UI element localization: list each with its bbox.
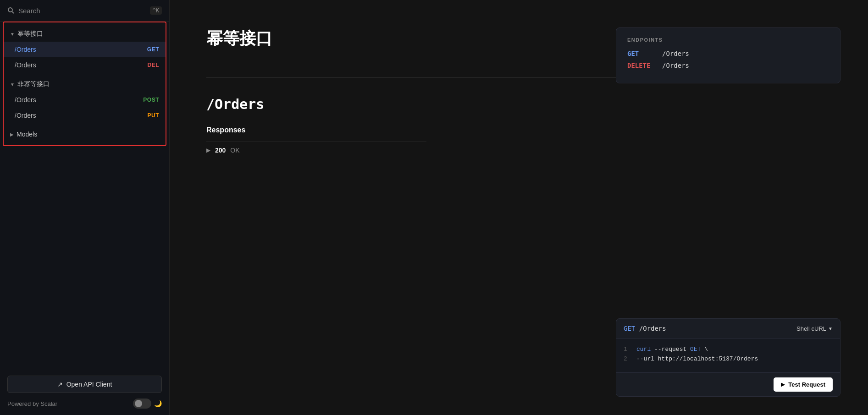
get-keyword: GET — [690, 346, 701, 353]
endpoint-path-get: /Orders — [662, 50, 689, 57]
theme-toggle[interactable] — [133, 399, 151, 409]
play-icon: ▶ — [781, 382, 785, 388]
method-badge-del-1: DEL — [148, 62, 160, 68]
code-panel-footer: ▶ Test Request — [616, 372, 840, 396]
test-request-label: Test Request — [788, 381, 825, 388]
svg-line-1 — [12, 11, 14, 13]
code-body: 1 curl --request GET \ 2 --url http://lo… — [616, 339, 840, 372]
code-panel: GET /Orders Shell cURL ▼ 1 curl --reques… — [616, 318, 840, 397]
nav-item-orders-get[interactable]: /Orders GET — [4, 42, 166, 57]
endpoint-title: /Orders — [206, 96, 426, 112]
nav-item-path-4: /Orders — [15, 112, 36, 119]
group-2-label: 非幂等接口 — [17, 80, 50, 88]
response-chevron: ▶ — [206, 147, 210, 153]
search-kbd: ^K — [150, 6, 162, 15]
arrow-icon: ↗ — [57, 381, 63, 388]
theme-toggle-container: 🌙 — [133, 399, 162, 409]
sidebar: Search ^K ▼ 幂等接口 /Orders GET /Orders DEL… — [0, 0, 170, 415]
endpoint-row-delete: DELETE /Orders — [627, 62, 829, 69]
endpoints-card: ENDPOINTS GET /Orders DELETE /Orders — [616, 27, 840, 83]
open-api-client-button[interactable]: ↗ Open API Client — [7, 376, 162, 393]
code-panel-header: GET /Orders Shell cURL ▼ — [616, 319, 840, 339]
method-badge-post-1: POST — [143, 97, 159, 103]
line-num-2: 2 — [624, 355, 631, 362]
code-content-1: curl --request GET \ — [636, 346, 708, 353]
endpoint-method-delete: DELETE — [627, 62, 655, 69]
toggle-knob — [135, 400, 142, 407]
method-badge-put-1: PUT — [148, 112, 160, 119]
powered-by-label: Powered by Scalar — [7, 400, 57, 407]
curl-keyword: curl — [636, 346, 651, 353]
moon-icon: 🌙 — [154, 400, 162, 407]
endpoint-row-get: GET /Orders — [627, 50, 829, 57]
url-value: http://localhost:5137/Orders — [658, 355, 758, 362]
nav-item-orders-post[interactable]: /Orders POST — [4, 92, 166, 108]
nav-group-1: ▼ 幂等接口 /Orders GET /Orders DEL — [4, 24, 166, 75]
code-line-2: 2 --url http://localhost:5137/Orders — [624, 355, 833, 362]
search-icon — [7, 7, 15, 14]
endpoint-method-get: GET — [627, 50, 655, 57]
chevron-down-icon-1: ▼ — [10, 32, 15, 37]
code-method-path: GET /Orders — [624, 324, 666, 333]
shell-selector-label: Shell cURL — [796, 325, 826, 332]
shell-selector[interactable]: Shell cURL ▼ — [796, 325, 833, 332]
code-content-2: --url http://localhost:5137/Orders — [636, 355, 758, 362]
code-method-label: GET — [624, 325, 639, 332]
nav-outline: ▼ 幂等接口 /Orders GET /Orders DEL ▼ 非幂等接口 /… — [3, 22, 166, 146]
chevron-down-icon-shell: ▼ — [828, 326, 833, 331]
code-path-label: /Orders — [639, 325, 666, 332]
endpoints-label: ENDPOINTS — [627, 37, 829, 43]
search-bar[interactable]: Search ^K — [0, 0, 169, 22]
nav-item-orders-put[interactable]: /Orders PUT — [4, 108, 166, 123]
response-row-200[interactable]: ▶ 200 OK — [206, 142, 426, 158]
line-num-1: 1 — [624, 346, 631, 353]
status-text-ok: OK — [230, 147, 239, 154]
nav-item-orders-del[interactable]: /Orders DEL — [4, 57, 166, 73]
group-1-label: 幂等接口 — [17, 30, 43, 38]
chevron-right-icon-3: ▶ — [10, 132, 14, 137]
nav-item-path-1: /Orders — [15, 46, 36, 53]
orders-section: /Orders Responses ▶ 200 OK — [206, 96, 426, 158]
search-bar-left: Search — [7, 7, 40, 15]
powered-row: Powered by Scalar 🌙 — [7, 399, 162, 409]
responses-heading: Responses — [206, 126, 426, 134]
nav-group-header-2[interactable]: ▼ 非幂等接口 — [4, 76, 166, 92]
nav-group-2: ▼ 非幂等接口 /Orders POST /Orders PUT — [4, 75, 166, 125]
group-3-label: Models — [17, 131, 37, 138]
open-api-label: Open API Client — [66, 381, 112, 388]
chevron-down-icon-2: ▼ — [10, 82, 15, 87]
nav-group-3: ▶ Models — [4, 125, 166, 143]
code-line-1: 1 curl --request GET \ — [624, 346, 833, 353]
nav-group-header-3[interactable]: ▶ Models — [4, 127, 166, 142]
nav-item-path-2: /Orders — [15, 61, 36, 69]
status-code-200: 200 — [215, 147, 226, 154]
endpoint-path-delete: /Orders — [662, 62, 689, 69]
sidebar-bottom: ↗ Open API Client Powered by Scalar 🌙 — [0, 369, 169, 415]
method-badge-get-1: GET — [147, 46, 159, 53]
main-content: 幂等接口 ENDPOINTS GET /Orders DELETE /Order… — [170, 0, 868, 415]
nav-group-header-1[interactable]: ▼ 幂等接口 — [4, 26, 166, 42]
search-label: Search — [18, 7, 40, 15]
nav-item-path-3: /Orders — [15, 96, 36, 104]
test-request-button[interactable]: ▶ Test Request — [774, 377, 833, 392]
svg-point-0 — [8, 8, 12, 12]
